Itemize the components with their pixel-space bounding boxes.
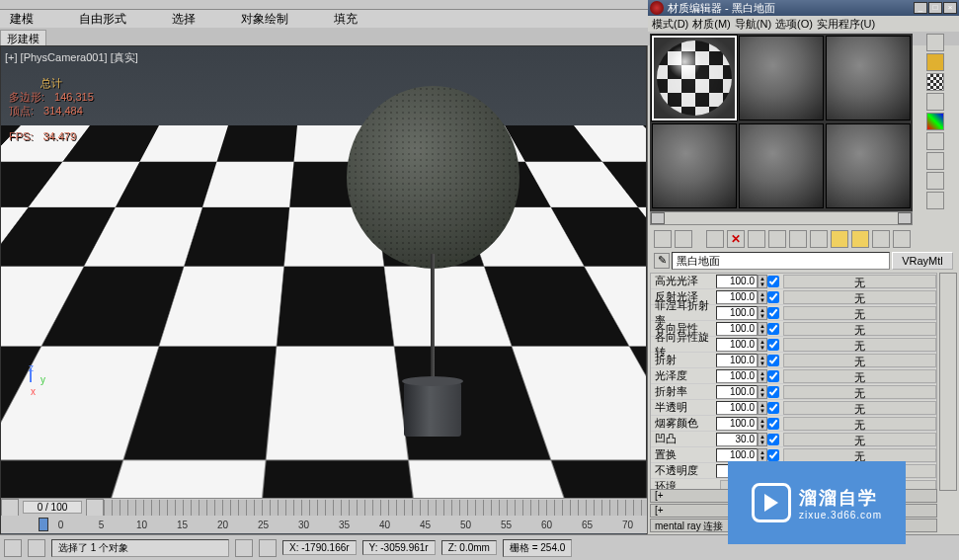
- backlight-icon[interactable]: [926, 53, 944, 71]
- param-map-button[interactable]: 无: [783, 448, 936, 462]
- spinner-icon[interactable]: ▲▼: [758, 401, 767, 415]
- menu-material[interactable]: 材质(M): [692, 17, 731, 32]
- spinner-icon[interactable]: ▲▼: [758, 369, 767, 383]
- param-map-button[interactable]: 无: [783, 385, 936, 399]
- sample-type-icon[interactable]: [926, 34, 944, 51]
- spinner-icon[interactable]: ▲▼: [758, 275, 767, 288]
- param-value-input[interactable]: 30.0: [716, 433, 758, 446]
- eyedropper-icon[interactable]: ✎: [654, 253, 670, 269]
- spinner-icon[interactable]: ▲▼: [758, 338, 767, 352]
- param-map-button[interactable]: 无: [783, 290, 936, 304]
- param-value-input[interactable]: 100.0: [716, 401, 758, 415]
- assign-material-icon[interactable]: [706, 230, 724, 248]
- select-by-material-icon[interactable]: [926, 172, 944, 190]
- make-preview-icon[interactable]: [926, 132, 944, 150]
- viewport-canvas[interactable]: [+] [PhysCamera001] [真实] 总计 多边形:146,315 …: [1, 46, 646, 501]
- video-color-icon[interactable]: [926, 113, 944, 130]
- param-value-input[interactable]: 100.0: [716, 275, 758, 288]
- param-map-button[interactable]: 无: [783, 275, 936, 288]
- lock-selection-icon[interactable]: [235, 539, 253, 557]
- background-icon[interactable]: [926, 73, 944, 91]
- coord-x[interactable]: X: -1790.166r: [282, 540, 357, 555]
- param-enable-checkbox[interactable]: [767, 323, 779, 335]
- menu-navigation[interactable]: 导航(N): [735, 17, 771, 32]
- param-map-button[interactable]: 无: [783, 369, 936, 383]
- material-map-navigator-icon[interactable]: [926, 192, 944, 209]
- reset-material-icon[interactable]: ✕: [727, 230, 745, 248]
- param-value-input[interactable]: 100.0: [716, 354, 758, 367]
- sample-uv-icon[interactable]: [926, 93, 944, 111]
- material-editor-titlebar[interactable]: 材质编辑器 - 黑白地面 _ □ ×: [648, 0, 959, 16]
- viewport[interactable]: [+] [PhysCamera001] [真实] 总计 多边形:146,315 …: [0, 45, 647, 560]
- sample-slot-4[interactable]: [652, 123, 737, 208]
- time-counter[interactable]: 0 / 100: [23, 501, 82, 514]
- material-id-icon[interactable]: [810, 230, 828, 248]
- param-value-input[interactable]: 100.0: [716, 448, 758, 462]
- sample-scrollbar[interactable]: [650, 211, 913, 225]
- sample-slot-1[interactable]: [652, 36, 737, 120]
- get-material-icon[interactable]: [654, 230, 672, 248]
- coord-mode-icon[interactable]: [259, 539, 277, 557]
- param-map-button[interactable]: 无: [783, 306, 936, 320]
- time-ruler[interactable]: [104, 500, 648, 516]
- time-slider-handle[interactable]: [39, 518, 48, 531]
- param-enable-checkbox[interactable]: [767, 276, 779, 287]
- viewport-label[interactable]: [+] [PhysCamera001] [真实]: [5, 50, 138, 65]
- param-enable-checkbox[interactable]: [767, 307, 779, 319]
- param-map-button[interactable]: 无: [783, 354, 936, 367]
- param-enable-checkbox[interactable]: [767, 449, 779, 461]
- put-to-library-icon[interactable]: [789, 230, 807, 248]
- sample-slot-2[interactable]: [739, 36, 824, 120]
- sample-slot-3[interactable]: [826, 36, 911, 120]
- close-button[interactable]: ×: [943, 2, 957, 14]
- param-map-button[interactable]: 无: [783, 401, 936, 415]
- make-copy-icon[interactable]: [748, 230, 765, 248]
- scroll-left-icon[interactable]: [651, 212, 665, 224]
- param-value-input[interactable]: 100.0: [716, 290, 758, 304]
- menu-mode[interactable]: 模式(D): [652, 17, 688, 32]
- param-enable-checkbox[interactable]: [767, 291, 779, 303]
- spinner-icon[interactable]: ▲▼: [758, 417, 767, 431]
- spinner-icon[interactable]: ▲▼: [758, 385, 767, 399]
- tab-freeform[interactable]: 自由形式: [71, 10, 134, 29]
- tab-select[interactable]: 选择: [164, 10, 203, 29]
- material-type-button[interactable]: VRayMtl: [892, 252, 953, 270]
- param-value-input[interactable]: 100.0: [716, 385, 758, 399]
- material-name-input[interactable]: [672, 252, 890, 270]
- sample-slot-5[interactable]: [739, 123, 824, 208]
- param-map-button[interactable]: 无: [783, 417, 936, 431]
- minimize-button[interactable]: _: [914, 2, 927, 14]
- show-map-icon[interactable]: [831, 230, 848, 248]
- coord-z[interactable]: Z: 0.0mm: [441, 540, 497, 555]
- param-enable-checkbox[interactable]: [767, 418, 779, 430]
- param-enable-checkbox[interactable]: [767, 434, 779, 445]
- scroll-right-icon[interactable]: [898, 212, 912, 224]
- tab-fill[interactable]: 填充: [326, 10, 365, 29]
- show-end-result-icon[interactable]: [851, 230, 869, 248]
- param-enable-checkbox[interactable]: [767, 402, 779, 414]
- spinner-icon[interactable]: ▲▼: [758, 290, 767, 304]
- coord-y[interactable]: Y: -3059.961r: [362, 540, 436, 555]
- go-forward-icon[interactable]: [893, 230, 911, 248]
- go-to-parent-icon[interactable]: [872, 230, 890, 248]
- timeline-prev[interactable]: [1, 499, 19, 517]
- params-scrollbar[interactable]: [939, 273, 957, 491]
- spinner-icon[interactable]: ▲▼: [758, 322, 767, 336]
- spinner-icon[interactable]: ▲▼: [758, 448, 767, 462]
- param-enable-checkbox[interactable]: [767, 370, 779, 382]
- lock-icon[interactable]: [28, 539, 45, 557]
- axis-gizmo[interactable]: z y x: [15, 362, 44, 392]
- param-enable-checkbox[interactable]: [767, 355, 779, 366]
- make-unique-icon[interactable]: [768, 230, 786, 248]
- param-value-input[interactable]: 100.0: [716, 417, 758, 431]
- put-to-scene-icon[interactable]: [675, 230, 692, 248]
- param-enable-checkbox[interactable]: [767, 386, 779, 398]
- spinner-icon[interactable]: ▲▼: [758, 433, 767, 446]
- maxscript-icon[interactable]: [4, 539, 22, 557]
- param-value-input[interactable]: 100.0: [716, 322, 758, 336]
- spinner-icon[interactable]: ▲▼: [758, 306, 767, 320]
- options-icon[interactable]: [926, 152, 944, 170]
- tab-object-paint[interactable]: 对象绘制: [233, 10, 296, 29]
- spinner-icon[interactable]: ▲▼: [758, 354, 767, 367]
- param-value-input[interactable]: 100.0: [716, 306, 758, 320]
